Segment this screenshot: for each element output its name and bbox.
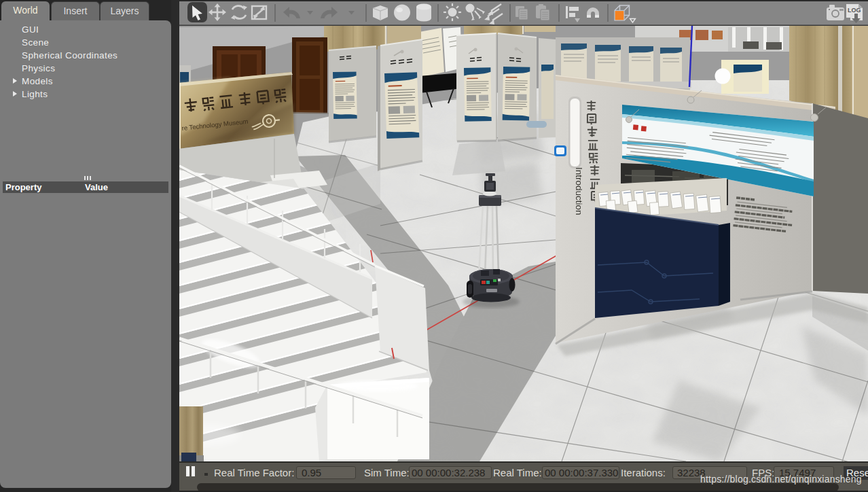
svg-text:LOG: LOG	[848, 7, 861, 14]
svg-text:Introduction: Introduction	[574, 167, 584, 215]
